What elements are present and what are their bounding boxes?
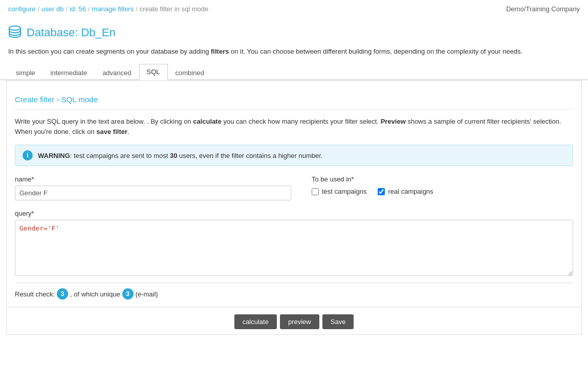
info-icon: i — [23, 150, 33, 160]
tab-combined[interactable]: combined — [168, 65, 212, 80]
preview-button[interactable]: preview — [280, 314, 319, 329]
save-button[interactable]: Save — [322, 314, 354, 329]
content-inner: Create filter - SQL mode Write your SQL … — [7, 81, 581, 307]
breadcrumb-sep-3: / — [88, 5, 90, 13]
instructions: Write your SQL query in the text area be… — [15, 117, 573, 138]
result-bar: Result check: 3 , of which unique 3 (e-m… — [15, 283, 573, 307]
breadcrumb-left: configure / user db / id: 56 / manage fi… — [8, 5, 208, 13]
tab-sql[interactable]: SQL — [139, 64, 168, 80]
result-suffix: (e-mail) — [136, 290, 158, 298]
test-campaigns-label: test campaigns — [322, 188, 366, 195]
name-group: name* — [15, 175, 291, 200]
real-campaigns-label: real campaigns — [388, 188, 433, 195]
form-row-name: name* To be used in* test campaigns real… — [15, 175, 573, 200]
page-description: In this section you can create segments … — [0, 43, 573, 64]
calculate-button[interactable]: calculate — [234, 314, 277, 329]
page-title: Database: Db_En — [27, 26, 116, 39]
database-icon — [8, 25, 21, 40]
breadcrumb-sep-1: / — [37, 5, 39, 13]
warning-text: WARNING: test campaigns are sent to most… — [38, 152, 322, 159]
tab-intermediate[interactable]: intermediate — [43, 65, 95, 80]
breadcrumb-link-userdb[interactable]: user db — [41, 5, 63, 13]
real-campaigns-checkbox[interactable] — [378, 188, 385, 195]
real-campaigns-checkbox-item[interactable]: real campaigns — [378, 188, 433, 195]
result-prefix: Result check: — [15, 290, 55, 298]
breadcrumb-current: create filter in sql mode — [140, 5, 208, 13]
test-campaigns-checkbox-item[interactable]: test campaigns — [312, 188, 366, 195]
query-label: query* — [15, 210, 573, 217]
name-label: name* — [15, 175, 291, 183]
breadcrumb-link-configure[interactable]: configure — [8, 5, 35, 13]
tab-simple[interactable]: simple — [8, 65, 43, 80]
tab-advanced[interactable]: advanced — [95, 65, 139, 80]
svg-point-0 — [9, 26, 20, 30]
breadcrumb-link-managefilters[interactable]: manage filters — [92, 5, 134, 13]
tobe-label: To be used in* — [312, 175, 433, 183]
tabs-bar: simple intermediate advanced SQL combine… — [0, 64, 588, 80]
query-textarea[interactable] — [15, 220, 573, 276]
page-header: Database: Db_En — [0, 18, 588, 43]
breadcrumb-sep-2: / — [66, 5, 68, 13]
result-count1: 3 — [57, 288, 68, 300]
breadcrumb-link-id[interactable]: id: 56 — [70, 5, 86, 13]
breadcrumb-sep-4: / — [136, 5, 138, 13]
footer-buttons: calculate preview Save — [7, 307, 581, 334]
content-area: Create filter - SQL mode Write your SQL … — [6, 80, 582, 335]
checkbox-row: test campaigns real campaigns — [312, 188, 433, 195]
name-input[interactable] — [15, 186, 291, 200]
result-count2: 3 — [122, 288, 134, 300]
tobe-group: To be used in* test campaigns real campa… — [312, 175, 433, 195]
section-title: Create filter - SQL mode — [15, 88, 573, 109]
test-campaigns-checkbox[interactable] — [312, 188, 319, 195]
company-name: Demo/Training Company — [506, 5, 580, 13]
result-middle: , of which unique — [70, 290, 120, 298]
breadcrumb: configure / user db / id: 56 / manage fi… — [0, 0, 588, 18]
warning-box: i WARNING: test campaigns are sent to mo… — [15, 145, 573, 166]
query-section: query* — [15, 210, 573, 278]
